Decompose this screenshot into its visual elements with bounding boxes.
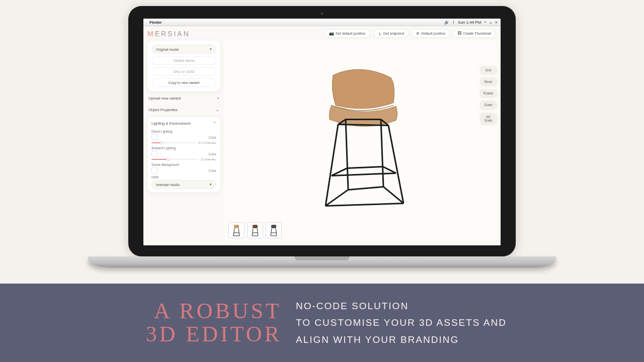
search-icon[interactable]: ⌕ bbox=[490, 20, 492, 25]
banner-headline: A ROBUST 3D EDITOR bbox=[20, 300, 282, 346]
screen: Finder 🔊 ᚼ Sun 1:44 PM ⌔ ⌕ ≡ MMERSIANERS… bbox=[143, 19, 501, 245]
menu-right: 🔊 ᚼ Sun 1:44 PM ⌔ ⌕ ≡ bbox=[444, 20, 498, 25]
mac-menu-bar: Finder 🔊 ᚼ Sun 1:44 PM ⌔ ⌕ ≡ bbox=[143, 19, 501, 26]
variant-thumb-1[interactable] bbox=[228, 222, 245, 238]
tool-rotate[interactable]: Rotate bbox=[480, 89, 497, 98]
ambient-color-row: Color bbox=[151, 151, 216, 157]
viewport-3d[interactable] bbox=[224, 41, 497, 241]
viewport-wrap: Grid Move Rotate Scale ARScale bbox=[224, 41, 497, 241]
camera-icon: 📷 bbox=[329, 31, 334, 36]
chevron-down-icon: ▾ bbox=[210, 183, 212, 187]
chevron-down-icon: ▾ bbox=[210, 47, 212, 51]
camera-dot bbox=[320, 12, 324, 15]
app-body: Original model ▾ Variant Name SKU or UUI… bbox=[143, 41, 501, 245]
chevron-up-icon: ⌃ bbox=[213, 121, 216, 126]
variant-thumbnails bbox=[228, 222, 282, 238]
direct-lighting-label: Direct Lighting bbox=[151, 130, 216, 133]
direct-color-row: Color bbox=[151, 134, 216, 140]
viewport-tools: Grid Move Rotate Scale ARScale bbox=[480, 66, 497, 125]
screen-bezel: Finder 🔊 ᚼ Sun 1:44 PM ⌔ ⌕ ≡ MMERSIANERS… bbox=[128, 6, 516, 256]
default-position-button[interactable]: ⊕Default position bbox=[412, 29, 450, 38]
ambient-lighting-label: Ambient Lighting bbox=[151, 146, 216, 150]
marketing-banner: A ROBUST 3D EDITOR NO-CODE SOLUTION TO C… bbox=[0, 284, 644, 362]
volume-icon[interactable]: 🔊 bbox=[444, 20, 449, 25]
set-default-position-button[interactable]: 📷Set default position bbox=[325, 29, 370, 38]
app-logo: MMERSIANERSIAN bbox=[147, 30, 190, 38]
hdr-label: HDR bbox=[151, 175, 216, 179]
ambient-intensity-slider[interactable] bbox=[151, 159, 199, 160]
scene-bg-swatch[interactable] bbox=[151, 167, 157, 173]
image-icon: 🖼 bbox=[457, 31, 461, 36]
model-preview bbox=[295, 55, 426, 221]
variant-name-input[interactable]: Variant Name bbox=[151, 56, 216, 65]
direct-intensity-row: (1.7) Intensity bbox=[151, 141, 216, 144]
sidebar: Original model ▾ Variant Name SKU or UUI… bbox=[147, 41, 220, 241]
get-snapshot-button[interactable]: ⭳Get snapshot bbox=[373, 29, 409, 38]
tool-ar-scale[interactable]: ARScale bbox=[480, 113, 497, 125]
laptop-frame: Finder 🔊 ᚼ Sun 1:44 PM ⌔ ⌕ ≡ MMERSIANERS… bbox=[128, 6, 516, 272]
chevron-down-icon: ⌄ bbox=[216, 108, 219, 112]
direct-color-swatch[interactable] bbox=[151, 134, 157, 140]
copy-variant-button[interactable]: Copy to new variant bbox=[151, 78, 216, 87]
create-thumbnail-button[interactable]: 🖼Create Thumbnail bbox=[453, 29, 496, 38]
variant-panel: Original model ▾ Variant Name SKU or UUI… bbox=[147, 41, 220, 91]
laptop-base bbox=[88, 256, 556, 267]
variant-thumb-3[interactable] bbox=[266, 222, 282, 238]
ambient-color-swatch[interactable] bbox=[151, 151, 157, 157]
tool-scale[interactable]: Scale bbox=[480, 101, 497, 109]
scene-bg-row: Color bbox=[151, 167, 216, 173]
tool-move[interactable]: Move bbox=[480, 77, 497, 86]
lighting-header[interactable]: Lighting & Environment ⌃ bbox=[151, 121, 216, 128]
direct-intensity-slider[interactable] bbox=[151, 142, 196, 143]
wifi-icon[interactable]: ⌔ bbox=[484, 20, 487, 25]
model-select[interactable]: Original model ▾ bbox=[151, 45, 216, 54]
lighting-panel: Lighting & Environment ⌃ Direct Lighting… bbox=[147, 117, 220, 192]
model-select-value: Original model bbox=[156, 48, 179, 51]
banner-subtext: NO-CODE SOLUTION TO CUSTOMISE YOUR 3D AS… bbox=[296, 298, 507, 348]
upload-variant-row[interactable]: Upload new variant + bbox=[147, 94, 220, 103]
tool-grid[interactable]: Grid bbox=[480, 66, 497, 74]
app-window: MMERSIANERSIAN 📷Set default position ⭳Ge… bbox=[143, 26, 501, 245]
app-header: MMERSIANERSIAN 📷Set default position ⭳Ge… bbox=[143, 26, 501, 41]
download-icon: ⭳ bbox=[378, 31, 382, 36]
bluetooth-icon[interactable]: ᚼ bbox=[452, 20, 455, 25]
laptop-notch bbox=[294, 256, 350, 260]
upload-label: Upload new variant bbox=[148, 96, 181, 101]
variant-thumb-2[interactable] bbox=[247, 222, 263, 238]
clock[interactable]: Sun 1:44 PM bbox=[458, 20, 481, 25]
plus-icon: + bbox=[217, 96, 219, 101]
scene-bg-label: Scene Background bbox=[151, 163, 216, 166]
object-properties-header[interactable]: Object Properties ⌄ bbox=[147, 106, 220, 114]
mac-app-name[interactable]: Finder bbox=[149, 20, 162, 25]
menu-icon[interactable]: ≡ bbox=[495, 20, 498, 25]
hdr-select[interactable]: Imersian studio ▾ bbox=[151, 180, 216, 189]
target-icon: ⊕ bbox=[416, 31, 420, 36]
sku-input[interactable]: SKU or UUID bbox=[151, 67, 216, 76]
ambient-intensity-row: (1) Intensity bbox=[151, 158, 216, 161]
